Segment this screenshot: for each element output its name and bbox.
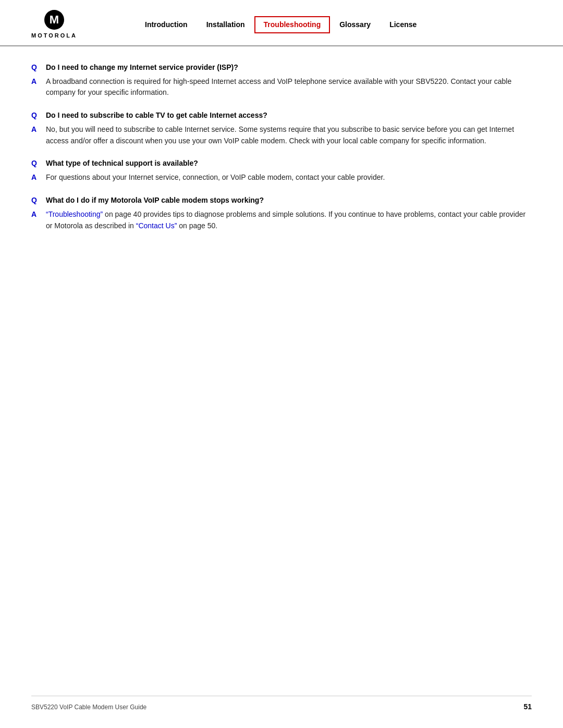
qa-block-1: Q Do I need to change my Internet servic… xyxy=(31,62,532,98)
qa-question-text-3: What type of technical support is availa… xyxy=(46,158,532,169)
qa-answer-row-4: A “Troubleshooting” on page 40 provides … xyxy=(31,209,532,231)
qa-question-row-2: Q Do I need to subscribe to cable TV to … xyxy=(31,110,532,121)
main-nav: Introduction Installation Troubleshootin… xyxy=(136,16,532,33)
a-label-2: A xyxy=(31,124,46,135)
qa-question-row-4: Q What do I do if my Motorola VoIP cable… xyxy=(31,195,532,206)
answer-text-4b: on page 50. xyxy=(177,221,217,230)
q-label-3: Q xyxy=(31,158,46,169)
footer-page-number: 51 xyxy=(523,701,532,712)
motorola-text: MOTOROLA xyxy=(31,31,77,40)
troubleshooting-link[interactable]: “Troubleshooting” xyxy=(46,210,103,218)
qa-question-text-4: What do I do if my Motorola VoIP cable m… xyxy=(46,195,532,206)
a-label-3: A xyxy=(31,172,46,183)
qa-question-text-1: Do I need to change my Internet service … xyxy=(46,62,532,73)
qa-answer-row-3: A For questions about your Internet serv… xyxy=(31,172,532,183)
main-content: Q Do I need to change my Internet servic… xyxy=(0,46,563,275)
nav-installation[interactable]: Installation xyxy=(197,16,254,33)
qa-answer-text-1: A broadband connection is required for h… xyxy=(46,76,532,98)
contact-us-link[interactable]: “Contact Us” xyxy=(136,221,177,230)
qa-answer-row-1: A A broadband connection is required for… xyxy=(31,76,532,98)
footer-title: SBV5220 VoIP Cable Modem User Guide xyxy=(31,702,146,712)
nav-license[interactable]: License xyxy=(380,16,426,33)
footer: SBV5220 VoIP Cable Modem User Guide 51 xyxy=(31,696,532,712)
qa-answer-text-2: No, but you will need to subscribe to ca… xyxy=(46,124,532,146)
qa-block-4: Q What do I do if my Motorola VoIP cable… xyxy=(31,195,532,231)
page: M MOTOROLA Introduction Installation Tro… xyxy=(0,0,563,728)
a-label-4: A xyxy=(31,209,46,220)
q-label-2: Q xyxy=(31,110,46,121)
qa-question-row-1: Q Do I need to change my Internet servic… xyxy=(31,62,532,73)
qa-block-2: Q Do I need to subscribe to cable TV to … xyxy=(31,110,532,146)
qa-question-row-3: Q What type of technical support is avai… xyxy=(31,158,532,169)
answer-text-4a: on page 40 provides tips to diagnose pro… xyxy=(46,210,525,230)
qa-answer-text-4: “Troubleshooting” on page 40 provides ti… xyxy=(46,209,532,231)
header: M MOTOROLA Introduction Installation Tro… xyxy=(0,0,563,46)
svg-text:M: M xyxy=(50,13,59,26)
nav-introduction[interactable]: Introduction xyxy=(136,16,197,33)
qa-answer-row-2: A No, but you will need to subscribe to … xyxy=(31,124,532,146)
qa-block-3: Q What type of technical support is avai… xyxy=(31,158,532,183)
nav-troubleshooting[interactable]: Troubleshooting xyxy=(254,16,331,33)
qa-answer-text-3: For questions about your Internet servic… xyxy=(46,172,532,183)
q-label-4: Q xyxy=(31,195,46,206)
nav-glossary[interactable]: Glossary xyxy=(330,16,380,33)
motorola-logo: M MOTOROLA xyxy=(31,9,77,40)
a-label-1: A xyxy=(31,76,46,87)
q-label-1: Q xyxy=(31,62,46,73)
logo-area: M MOTOROLA xyxy=(31,9,115,40)
qa-question-text-2: Do I need to subscribe to cable TV to ge… xyxy=(46,110,532,121)
motorola-emblem-icon: M xyxy=(44,9,65,30)
